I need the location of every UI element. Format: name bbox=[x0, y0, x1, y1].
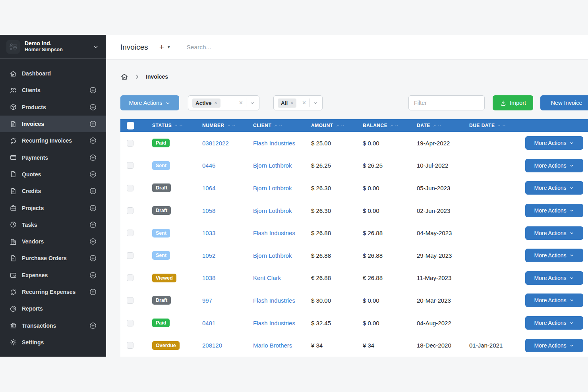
row-checkbox[interactable] bbox=[127, 320, 133, 326]
row-more-actions-button[interactable]: More Actions bbox=[525, 316, 583, 330]
invoice-number-link[interactable]: 1064 bbox=[202, 185, 215, 191]
plus-circle-icon[interactable] bbox=[89, 238, 97, 245]
status-filter-select[interactable]: Active × × bbox=[188, 95, 259, 110]
plus-circle-icon[interactable] bbox=[89, 103, 97, 111]
plus-circle-icon[interactable] bbox=[89, 137, 97, 145]
sidebar-item-invoices[interactable]: Invoices bbox=[0, 116, 106, 132]
plus-circle-icon[interactable] bbox=[89, 221, 97, 229]
column-header-number[interactable]: NUMBER bbox=[196, 123, 247, 128]
sidebar-item-expenses[interactable]: Expenses bbox=[0, 267, 106, 284]
search-input[interactable] bbox=[187, 44, 354, 51]
row-more-actions-button[interactable]: More Actions bbox=[525, 204, 583, 217]
invoice-number-link[interactable]: 208120 bbox=[202, 342, 222, 349]
row-checkbox[interactable] bbox=[127, 185, 133, 191]
invoice-number-link[interactable]: 1033 bbox=[202, 230, 215, 236]
client-link[interactable]: Kent Clark bbox=[253, 274, 281, 281]
chevron-down-icon[interactable] bbox=[309, 100, 318, 106]
sidebar-item-recurring-expenses[interactable]: Recurring Expenses bbox=[0, 284, 106, 300]
invoice-number-link[interactable]: 0446 bbox=[202, 162, 215, 169]
invoice-number-link[interactable]: 03812022 bbox=[202, 140, 229, 147]
row-more-actions-button[interactable]: More Actions bbox=[525, 271, 583, 285]
column-header-amount[interactable]: AMOUNT bbox=[305, 123, 356, 128]
filter-input[interactable] bbox=[408, 95, 485, 110]
plus-circle-icon[interactable] bbox=[89, 271, 97, 279]
column-header-client[interactable]: CLIENT bbox=[247, 123, 305, 128]
column-header-status[interactable]: STATUS bbox=[146, 123, 196, 128]
row-checkbox[interactable] bbox=[127, 274, 133, 281]
plus-circle-icon[interactable] bbox=[89, 187, 97, 195]
client-link[interactable]: Mario Brothers bbox=[253, 342, 292, 349]
client-link[interactable]: Bjorn Lothbrok bbox=[253, 185, 292, 191]
sort-icons[interactable] bbox=[390, 124, 398, 127]
account-menu[interactable]: Demo Ind. Homer Simpson bbox=[0, 35, 106, 59]
column-header-date[interactable]: DATE bbox=[410, 123, 463, 128]
client-link[interactable]: Bjorn Lothbrok bbox=[253, 162, 292, 169]
client-link[interactable]: Bjorn Lothbrok bbox=[253, 207, 292, 214]
sidebar-item-dashboard[interactable]: Dashboard bbox=[0, 65, 106, 82]
sidebar-item-credits[interactable]: Credits bbox=[0, 183, 106, 199]
plus-circle-icon[interactable] bbox=[89, 288, 97, 296]
sidebar-item-tasks[interactable]: Tasks bbox=[0, 216, 106, 233]
quick-add-button[interactable]: + bbox=[159, 43, 164, 51]
sort-icons[interactable] bbox=[433, 124, 441, 127]
row-checkbox[interactable] bbox=[127, 207, 133, 214]
row-more-actions-button[interactable]: More Actions bbox=[525, 294, 583, 307]
chip-remove-icon[interactable]: × bbox=[215, 100, 217, 106]
client-link[interactable]: Flash Industries bbox=[253, 140, 295, 147]
sidebar-item-payments[interactable]: Payments bbox=[0, 149, 106, 166]
sort-icons[interactable] bbox=[336, 124, 344, 127]
invoice-number-link[interactable]: 0481 bbox=[202, 320, 215, 326]
new-invoice-button[interactable]: New Invoice bbox=[540, 95, 588, 110]
row-checkbox[interactable] bbox=[127, 230, 133, 236]
row-more-actions-button[interactable]: More Actions bbox=[525, 226, 583, 240]
plus-circle-icon[interactable] bbox=[89, 154, 97, 162]
row-checkbox[interactable] bbox=[127, 140, 133, 147]
sidebar-item-clients[interactable]: Clients bbox=[0, 82, 106, 98]
sidebar-item-settings[interactable]: Settings bbox=[0, 334, 106, 351]
column-header-due-date[interactable]: DUE DATE bbox=[463, 123, 518, 128]
client-link[interactable]: Flash Industries bbox=[253, 230, 295, 236]
import-button[interactable]: Import bbox=[493, 95, 533, 110]
sidebar-item-vendors[interactable]: Vendors bbox=[0, 233, 106, 250]
sort-icons[interactable] bbox=[274, 124, 282, 127]
sort-icons[interactable] bbox=[497, 124, 506, 127]
chip-remove-icon[interactable]: × bbox=[290, 100, 293, 106]
client-link[interactable]: Flash Industries bbox=[253, 297, 295, 304]
bulk-more-actions-button[interactable]: More Actions bbox=[120, 95, 179, 110]
row-more-actions-button[interactable]: More Actions bbox=[525, 249, 583, 262]
select-clear-icon[interactable]: × bbox=[236, 99, 246, 106]
sidebar-item-products[interactable]: Products bbox=[0, 99, 106, 116]
row-more-actions-button[interactable]: More Actions bbox=[525, 159, 583, 172]
row-checkbox[interactable] bbox=[127, 297, 133, 304]
plus-circle-icon[interactable] bbox=[89, 170, 97, 178]
column-header-balance[interactable]: BALANCE bbox=[356, 123, 410, 128]
client-link[interactable]: Flash Industries bbox=[253, 320, 295, 326]
invoice-number-link[interactable]: 1052 bbox=[202, 252, 215, 259]
select-clear-icon[interactable]: × bbox=[299, 99, 309, 106]
invoice-number-link[interactable]: 997 bbox=[202, 297, 212, 304]
sidebar-item-purchase-orders[interactable]: Purchase Orders bbox=[0, 250, 106, 266]
row-checkbox[interactable] bbox=[127, 342, 133, 349]
client-filter-select[interactable]: All × × bbox=[273, 95, 323, 110]
sidebar-item-transactions[interactable]: Transactions bbox=[0, 317, 106, 334]
row-more-actions-button[interactable]: More Actions bbox=[525, 339, 583, 352]
sidebar-item-reports[interactable]: Reports bbox=[0, 300, 106, 317]
sidebar-item-projects[interactable]: Projects bbox=[0, 199, 106, 216]
client-link[interactable]: Bjorn Lothbrok bbox=[253, 252, 292, 259]
home-icon[interactable] bbox=[120, 73, 128, 81]
plus-circle-icon[interactable] bbox=[89, 120, 97, 128]
plus-circle-icon[interactable] bbox=[89, 86, 97, 94]
sidebar-item-quotes[interactable]: Quotes bbox=[0, 166, 106, 183]
plus-circle-icon[interactable] bbox=[89, 254, 97, 262]
quick-add-caret-icon[interactable]: ▾ bbox=[168, 44, 170, 50]
select-all-checkbox[interactable] bbox=[127, 122, 134, 129]
row-more-actions-button[interactable]: More Actions bbox=[525, 181, 583, 195]
chevron-down-icon[interactable] bbox=[246, 100, 255, 106]
row-checkbox[interactable] bbox=[127, 252, 133, 259]
row-more-actions-button[interactable]: More Actions bbox=[525, 136, 583, 150]
sort-icons[interactable] bbox=[227, 124, 236, 127]
invoice-number-link[interactable]: 1038 bbox=[202, 274, 215, 281]
sidebar-item-recurring-invoices[interactable]: Recurring Invoices bbox=[0, 132, 106, 149]
invoice-number-link[interactable]: 1058 bbox=[202, 207, 215, 214]
row-checkbox[interactable] bbox=[127, 162, 133, 169]
